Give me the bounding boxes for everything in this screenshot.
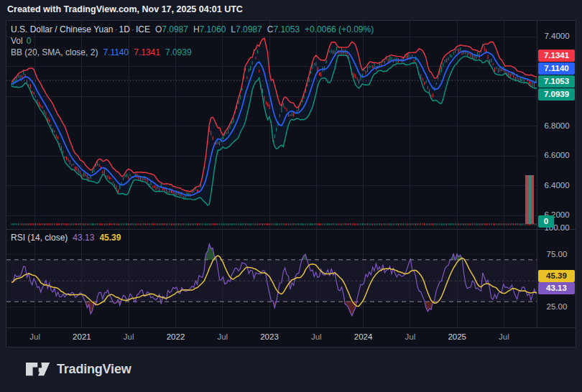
bb-basis-value: 7.1140 [103, 47, 129, 57]
volume-value: 0 [27, 36, 32, 46]
interval-label: 1D [119, 24, 130, 34]
rsi-badge: 43.13 [538, 282, 575, 294]
time-axis-label: Jul [405, 332, 416, 341]
change-value: +0.0066 (+0.09%) [305, 24, 374, 34]
time-axis-label: 2022 [167, 332, 185, 341]
price-scale[interactable]: 7.40006.80006.60006.40006.2000100.0075.0… [537, 21, 576, 327]
low-value: 7.0987 [236, 24, 262, 34]
rsi-badge: 45.39 [538, 270, 575, 282]
volume-badge: 0 [538, 215, 554, 228]
high-label: H [193, 24, 200, 34]
symbol-row[interactable]: U.S. Dollar / Chinese Yuan·1D·ICEO7.0987… [11, 24, 374, 35]
creation-caption: Created with TradingView.com, Nov 17, 20… [7, 4, 243, 14]
rsi-value: 43.13 [73, 233, 94, 243]
rsi-pane[interactable] [6, 230, 537, 327]
rsi-scale-label: 75.00 [537, 250, 576, 258]
rsi-label: RSI (14, close) [11, 233, 68, 243]
separator-dot: · [114, 24, 119, 34]
separator-dot: · [130, 24, 136, 34]
time-axis-label: 2021 [73, 332, 91, 341]
symbol-title: U.S. Dollar / Chinese Yuan [11, 24, 114, 34]
close-value: 7.1053 [273, 24, 300, 34]
volume-label: Vol [11, 36, 23, 46]
high-value: 7.1060 [200, 24, 226, 34]
price-scale-label: 7.4000 [537, 32, 576, 40]
exchange-label: ICE [136, 24, 150, 34]
rsi-scale-label: 25.00 [537, 302, 576, 311]
time-axis-label: Jul [499, 332, 509, 341]
bollinger-row[interactable]: BB (20, SMA, close, 2)7.11407.13417.0939 [11, 47, 374, 58]
time-axis-label: Jul [217, 332, 228, 341]
price-scale-label: 6.6000 [537, 151, 576, 159]
time-axis-label: 2024 [354, 332, 373, 341]
bb-upper-value: 7.1341 [134, 47, 160, 57]
rsi-ma-value: 45.39 [99, 233, 121, 243]
time-axis-label: Jul [311, 332, 322, 341]
low-label: L [231, 24, 236, 34]
open-value: 7.0987 [162, 24, 188, 34]
bollinger-label: BB (20, SMA, close, 2) [11, 47, 98, 57]
time-axis-label: Jul [124, 332, 134, 341]
tradingview-footer[interactable]: TradingView [26, 358, 131, 380]
tradingview-brand-text: TradingView [57, 362, 131, 377]
time-axis-label: Jul [29, 332, 40, 341]
price-legend: U.S. Dollar / Chinese Yuan·1D·ICEO7.0987… [11, 24, 374, 59]
tradingview-snapshot: { "topbar": { "caption": "Created with T… [0, 0, 582, 392]
time-axis-label: 2023 [260, 332, 279, 341]
rsi-legend[interactable]: RSI (14, close)43.1345.39 [11, 233, 121, 243]
price-badge: 7.1140 [538, 62, 575, 75]
price-scale-label: 6.4000 [537, 181, 576, 190]
price-badge: 7.1341 [538, 50, 575, 62]
time-axis-label: 2025 [448, 332, 466, 341]
bb-lower-value: 7.0939 [165, 47, 192, 57]
tradingview-logo-icon [26, 360, 50, 378]
price-badge: 7.1053 [538, 75, 575, 88]
price-badge: 7.0939 [538, 88, 575, 101]
open-label: O [155, 24, 162, 34]
chart-frame: U.S. Dollar / Chinese Yuan·1D·ICEO7.0987… [6, 20, 576, 347]
price-scale-label: 6.8000 [537, 121, 576, 130]
volume-row[interactable]: Vol0 [11, 36, 374, 47]
time-axis[interactable]: Jul2021Jul2022Jul2023Jul2024Jul2025Jul [6, 327, 576, 347]
